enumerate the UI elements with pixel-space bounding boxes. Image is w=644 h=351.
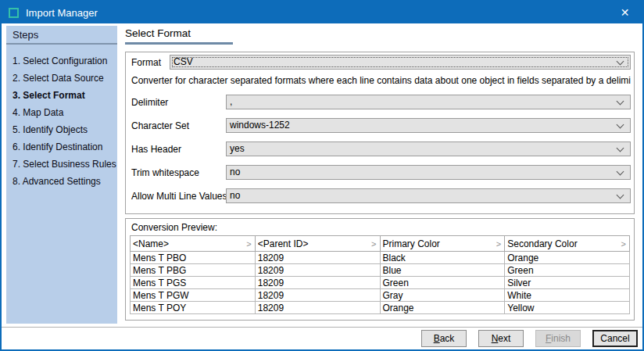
window-title: Import Manager bbox=[26, 7, 607, 19]
column-header-secondary-color[interactable]: Secondary Color> bbox=[505, 236, 630, 252]
table-cell: Orange bbox=[505, 252, 630, 264]
chevron-down-icon bbox=[617, 191, 624, 199]
chevron-down-icon bbox=[617, 97, 624, 105]
table-cell: Mens T POY bbox=[131, 302, 256, 314]
page-title-text: Select Format bbox=[125, 27, 233, 39]
delimiter-label: Delimiter bbox=[131, 97, 168, 108]
import-manager-window: Import Manager ✕ Steps 1. Select Configu… bbox=[0, 0, 644, 351]
table-cell: 18209 bbox=[255, 289, 380, 302]
conversion-preview-table: <Name>><Parent ID>>Primary Color>Seconda… bbox=[130, 235, 630, 314]
column-sort-icon: > bbox=[496, 239, 503, 249]
sidebar-item-step-1[interactable]: 1. Select Configuration bbox=[6, 52, 117, 70]
table-cell: 18209 bbox=[255, 277, 380, 289]
table-cell: Blue bbox=[380, 264, 505, 277]
column-header-parent-id[interactable]: <Parent ID>> bbox=[255, 236, 380, 252]
table-cell: Mens T PBO bbox=[131, 252, 256, 264]
has-header-label: Has Header bbox=[131, 144, 181, 155]
table-cell: Yellow bbox=[505, 302, 630, 314]
table-cell: Black bbox=[380, 252, 505, 264]
table-cell: Silver bbox=[505, 277, 630, 289]
steps-header: Steps bbox=[6, 26, 117, 45]
column-sort-icon: > bbox=[371, 239, 377, 249]
character-set-row: Character Setwindows-1252 bbox=[131, 118, 631, 133]
character-set-label: Character Set bbox=[131, 120, 189, 131]
sidebar-item-step-7[interactable]: 7. Select Business Rules bbox=[6, 156, 117, 173]
table-cell: 18209 bbox=[255, 302, 380, 314]
allow-multi-line-values-select-value: no bbox=[227, 189, 617, 202]
back-button[interactable]: Back bbox=[421, 330, 467, 347]
column-header-primary-color[interactable]: Primary Color> bbox=[380, 236, 505, 252]
footer-buttons: BackNextFinishCancel bbox=[421, 330, 638, 347]
sidebar-item-step-8[interactable]: 8. Advanced Settings bbox=[6, 173, 117, 190]
sidebar-item-step-6[interactable]: 6. Identify Destination bbox=[6, 138, 117, 156]
has-header-select-value: yes bbox=[227, 142, 617, 156]
column-header-label: <Name> bbox=[133, 238, 246, 249]
trim-whitespace-select[interactable]: no bbox=[226, 165, 631, 180]
format-options-group: Format CSV Converter for character separ… bbox=[125, 52, 635, 214]
sidebar-item-step-4[interactable]: 4. Map Data bbox=[6, 104, 117, 121]
table-cell: Green bbox=[380, 277, 505, 289]
column-header-label: <Parent ID> bbox=[258, 238, 371, 249]
steps-list: 1. Select Configuration2. Select Data So… bbox=[6, 45, 117, 190]
table-cell: 18209 bbox=[255, 264, 380, 277]
column-sort-icon: > bbox=[621, 239, 628, 249]
character-set-select[interactable]: windows-1252 bbox=[226, 118, 631, 133]
table-row[interactable]: Mens T PBG18209BlueGreen bbox=[131, 264, 630, 277]
table-cell: Orange bbox=[380, 302, 505, 314]
table-cell: 18209 bbox=[255, 252, 380, 264]
conversion-preview-group: Conversion Preview: <Name>><Parent ID>>P… bbox=[125, 218, 635, 321]
column-header-label: Primary Color bbox=[383, 238, 496, 249]
trim-whitespace-row: Trim whitespaceno bbox=[131, 165, 631, 180]
titlebar: Import Manager ✕ bbox=[2, 2, 642, 23]
trim-whitespace-select-value: no bbox=[227, 166, 617, 179]
column-sort-icon: > bbox=[246, 239, 252, 249]
trim-whitespace-label: Trim whitespace bbox=[131, 167, 199, 178]
table-row[interactable]: Mens T POY18209OrangeYellow bbox=[131, 302, 630, 314]
allow-multi-line-values-row: Allow Multi Line Valuesno bbox=[131, 188, 631, 203]
sidebar: Steps 1. Select Configuration2. Select D… bbox=[6, 26, 117, 324]
table-cell: Mens T PBG bbox=[131, 264, 256, 277]
allow-multi-line-values-select[interactable]: no bbox=[226, 188, 631, 203]
page-title-rule bbox=[125, 42, 233, 45]
close-button[interactable]: ✕ bbox=[607, 2, 642, 23]
sidebar-item-step-2[interactable]: 2. Select Data Source bbox=[6, 70, 117, 87]
cancel-button[interactable]: Cancel bbox=[592, 330, 638, 347]
app-icon bbox=[9, 8, 19, 18]
column-header-label: Secondary Color bbox=[507, 238, 621, 249]
format-label: Format bbox=[131, 57, 161, 68]
has-header-row: Has Headeryes bbox=[131, 141, 631, 156]
next-button[interactable]: Next bbox=[478, 330, 524, 347]
finish-button: Finish bbox=[535, 330, 581, 347]
footer-divider bbox=[2, 327, 642, 328]
character-set-select-value: windows-1252 bbox=[227, 119, 617, 132]
sidebar-item-step-5[interactable]: 5. Identify Objects bbox=[6, 121, 117, 138]
chevron-down-icon bbox=[617, 57, 624, 65]
page-title: Select Format bbox=[125, 27, 233, 45]
table-row[interactable]: Mens T PBO18209BlackOrange bbox=[131, 252, 630, 264]
delimiter-select-value: , bbox=[227, 95, 617, 109]
format-select[interactable]: CSV bbox=[170, 55, 631, 70]
format-select-value: CSV bbox=[170, 56, 617, 69]
conversion-preview-label: Conversion Preview: bbox=[131, 222, 217, 233]
chevron-down-icon bbox=[617, 120, 624, 128]
format-description: Converter for character separated format… bbox=[131, 75, 631, 86]
format-row: Format CSV bbox=[131, 55, 631, 70]
sidebar-item-step-3[interactable]: 3. Select Format bbox=[6, 87, 117, 104]
table-cell: Gray bbox=[380, 289, 505, 302]
table-row[interactable]: Mens T PGS18209GreenSilver bbox=[131, 277, 630, 289]
delimiter-row: Delimiter, bbox=[131, 95, 631, 109]
table-cell: Mens T PGS bbox=[131, 277, 256, 289]
has-header-select[interactable]: yes bbox=[226, 141, 631, 156]
column-header-name[interactable]: <Name>> bbox=[131, 236, 256, 252]
table-row[interactable]: Mens T PGW18209GrayWhite bbox=[131, 289, 630, 302]
table-cell: Mens T PGW bbox=[131, 289, 256, 302]
allow-multi-line-values-label: Allow Multi Line Values bbox=[131, 191, 227, 202]
delimiter-select[interactable]: , bbox=[226, 95, 631, 109]
chevron-down-icon bbox=[617, 144, 624, 152]
table-cell: Green bbox=[505, 264, 630, 277]
chevron-down-icon bbox=[617, 167, 624, 175]
table-cell: White bbox=[505, 289, 630, 302]
